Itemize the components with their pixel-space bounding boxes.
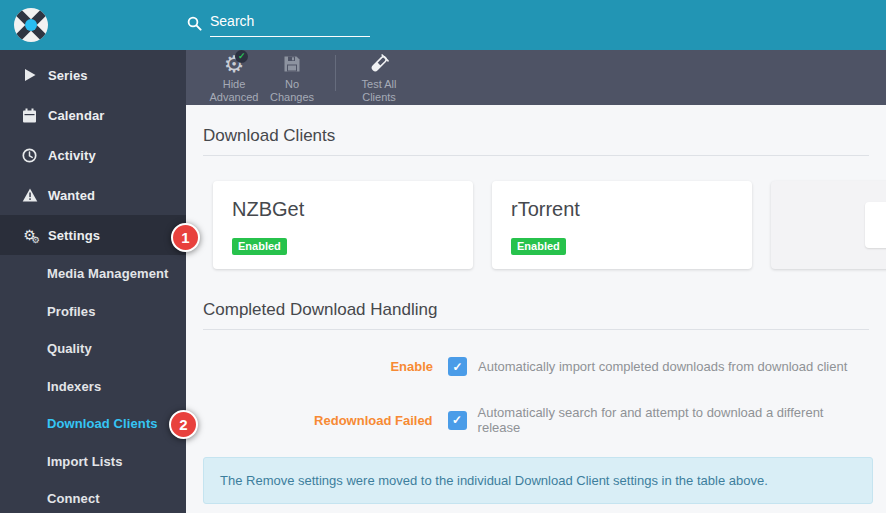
redownload-failed-checkbox[interactable]: ✓ — [448, 411, 467, 430]
client-card-rtorrent[interactable]: rTorrent Enabled — [492, 181, 752, 269]
no-changes-button[interactable]: No Changes — [263, 52, 321, 104]
section-title-completed-download-handling: Completed Download Handling — [203, 300, 869, 330]
sidebar-item-connect[interactable]: Connect — [0, 480, 186, 513]
sidebar-item-media-management[interactable]: Media Management — [0, 255, 186, 293]
toolbar: ⚙ ✓ Hide Advanced No Changes — [186, 50, 886, 105]
gear-check-icon: ⚙ ✓ — [224, 52, 245, 76]
hide-advanced-button[interactable]: ⚙ ✓ Hide Advanced — [205, 52, 263, 104]
sidebar-item-import-lists[interactable]: Import Lists — [0, 443, 186, 481]
field-help-text: Automatically import completed downloads… — [478, 359, 847, 374]
test-tube-icon — [368, 52, 390, 76]
form-row-redownload-failed: Redownload Failed ✓ Automatically search… — [203, 405, 869, 435]
sidebar-item-label: Wanted — [48, 188, 95, 203]
search-input[interactable] — [210, 13, 370, 37]
play-icon — [21, 68, 38, 82]
sidebar-item-label: Activity — [48, 148, 96, 163]
test-all-clients-button[interactable]: Test All Clients — [350, 52, 408, 104]
sidebar-item-activity[interactable]: Activity — [0, 135, 186, 175]
search-icon — [187, 16, 202, 35]
sidebar-item-settings[interactable]: ⚙⚙ Settings — [0, 215, 186, 255]
info-alert-text: The Remove settings were moved to the in… — [220, 473, 768, 488]
client-name: rTorrent — [492, 181, 752, 221]
gears-icon: ⚙⚙ — [21, 227, 38, 243]
field-label: Enable — [203, 359, 433, 374]
sidebar-item-label: Settings — [48, 228, 100, 243]
sidebar: Series Calendar Activity — [0, 50, 186, 513]
toolbar-divider — [335, 55, 336, 91]
app-logo-icon[interactable] — [13, 7, 49, 43]
download-client-cards: NZBGet Enabled rTorrent Enabled + — [213, 181, 869, 269]
page-title: Download Clients — [203, 126, 869, 156]
sidebar-item-wanted[interactable]: Wanted — [0, 175, 186, 215]
field-label: Redownload Failed — [203, 413, 433, 428]
check-icon: ✓ — [452, 360, 462, 374]
form-row-enable: Enable ✓ Automatically import completed … — [203, 357, 869, 376]
enable-checkbox[interactable]: ✓ — [448, 357, 467, 376]
floppy-disk-icon — [283, 52, 301, 76]
warning-icon — [21, 188, 38, 202]
sidebar-item-quality[interactable]: Quality — [0, 330, 186, 368]
sidebar-item-series[interactable]: Series — [0, 55, 186, 95]
add-client-card[interactable]: + — [771, 181, 886, 269]
topbar — [0, 0, 886, 50]
client-name: NZBGet — [213, 181, 473, 221]
annotation-badge-2: 2 — [169, 410, 198, 439]
sidebar-item-label: Calendar — [48, 108, 104, 123]
info-alert: The Remove settings were moved to the in… — [203, 457, 873, 504]
status-badge: Enabled — [232, 238, 287, 255]
field-help-text: Automatically search for and attempt to … — [478, 405, 869, 435]
client-card-nzbget[interactable]: NZBGet Enabled — [213, 181, 473, 269]
annotation-badge-1: 1 — [171, 223, 200, 252]
check-icon: ✓ — [452, 413, 462, 427]
search-container — [187, 13, 370, 37]
status-badge: Enabled — [511, 238, 566, 255]
check-icon: ✓ — [235, 50, 248, 63]
clock-icon — [21, 148, 38, 163]
calendar-icon — [21, 108, 38, 123]
sidebar-item-label: Series — [48, 68, 88, 83]
sidebar-item-profiles[interactable]: Profiles — [0, 293, 186, 331]
main-content: Download Clients NZBGet Enabled rTorrent… — [186, 105, 886, 513]
sidebar-item-calendar[interactable]: Calendar — [0, 95, 186, 135]
sidebar-item-indexers[interactable]: Indexers — [0, 368, 186, 406]
sidebar-item-download-clients[interactable]: Download Clients — [0, 405, 186, 443]
add-client-button[interactable]: + — [865, 202, 886, 248]
